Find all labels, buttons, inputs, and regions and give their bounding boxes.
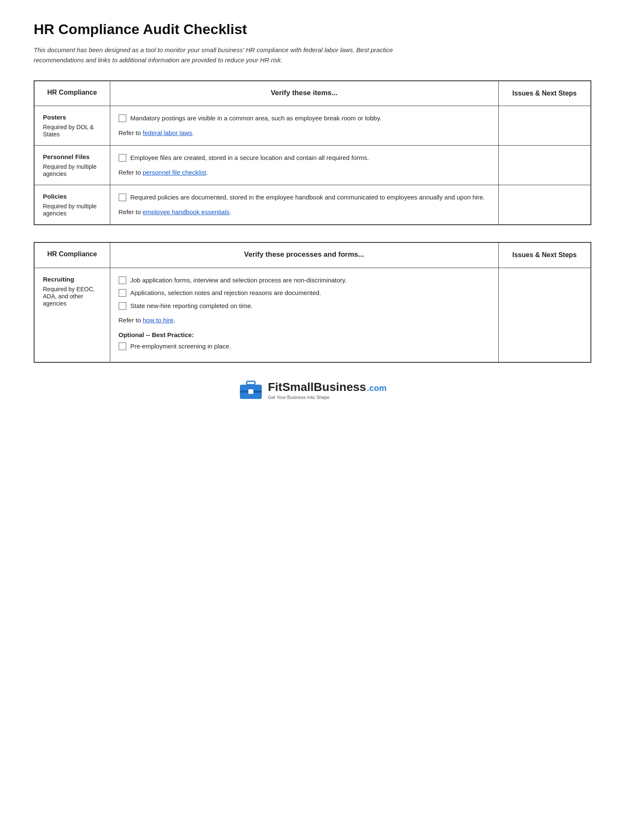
recruiting-verify: Job application forms, interview and sel… — [110, 268, 498, 362]
svg-rect-3 — [248, 389, 253, 394]
checkbox[interactable] — [119, 276, 126, 284]
fitsmallbusiness-logo-icon — [238, 380, 263, 401]
checkbox[interactable] — [119, 114, 126, 122]
table1-header-compliance: HR Compliance — [34, 81, 110, 106]
checkbox[interactable] — [119, 289, 126, 297]
brand-business: Business — [314, 380, 366, 394]
svg-rect-0 — [247, 381, 255, 385]
checkbox-item: Applications, selection notes and reject… — [119, 288, 490, 298]
row3-issues — [498, 185, 591, 225]
footer: FitSmallBusiness.com Get Your Business I… — [34, 380, 591, 401]
brand-small: Small — [282, 380, 314, 394]
logo-brand: FitSmallBusiness.com — [268, 380, 386, 394]
logo-tagline: Get Your Business Into Shape — [268, 395, 386, 400]
refer-line: Refer to federal labor laws. — [119, 128, 490, 138]
logo-container: FitSmallBusiness.com Get Your Business I… — [238, 380, 386, 401]
logo-text-container: FitSmallBusiness.com Get Your Business I… — [268, 380, 386, 400]
row1-compliance: Posters Required by DOL & States — [34, 106, 110, 146]
row3-compliance: Policies Required by multiple agencies — [34, 185, 110, 225]
page-title: HR Compliance Audit Checklist — [34, 21, 591, 37]
checkbox-item: Required policies are documented, stored… — [119, 193, 490, 202]
table2-header-verify: Verify these processes and forms... — [110, 242, 498, 268]
brand-fit: Fit — [268, 380, 282, 394]
table-row: Recruiting Required by EEOC, ADA, and ot… — [34, 268, 591, 362]
table1-header-issues: Issues & Next Steps — [498, 81, 591, 106]
recruiting-compliance: Recruiting Required by EEOC, ADA, and ot… — [34, 268, 110, 362]
checkbox-item: Employee files are created, stored in a … — [119, 153, 490, 163]
row2-verify: Employee files are created, stored in a … — [110, 146, 498, 185]
how-to-hire-link[interactable]: how to hire — [143, 316, 173, 324]
row2-issues — [498, 146, 591, 185]
table-row: Posters Required by DOL & States Mandato… — [34, 106, 591, 146]
best-practice-label: Optional -- Best Practice: — [119, 331, 490, 338]
checkbox-item: State new-hire reporting completed on ti… — [119, 301, 490, 311]
row1-issues — [498, 106, 591, 146]
page-subtitle: This document has been designed as a too… — [34, 45, 412, 65]
checklist-table-2: HR Compliance Verify these processes and… — [34, 242, 591, 363]
refer-line: Refer to employee handbook essentials. — [119, 207, 490, 217]
row3-verify: Required policies are documented, stored… — [110, 185, 498, 225]
checkbox-item: Pre-employment screening in place. — [119, 342, 490, 351]
table-row: Policies Required by multiple agencies R… — [34, 185, 591, 225]
recruiting-issues — [498, 268, 591, 362]
checkbox-item: Mandatory postings are visible in a comm… — [119, 114, 490, 123]
row2-compliance: Personnel Files Required by multiple age… — [34, 146, 110, 185]
checkbox[interactable] — [119, 194, 126, 201]
table2-header-compliance: HR Compliance — [34, 242, 110, 268]
table2-header-issues: Issues & Next Steps — [498, 242, 591, 268]
row1-verify: Mandatory postings are visible in a comm… — [110, 106, 498, 146]
refer-line: Refer to how to hire. — [119, 316, 490, 325]
checklist-table-1: HR Compliance Verify these items... Issu… — [34, 80, 591, 225]
table-row: Personnel Files Required by multiple age… — [34, 146, 591, 185]
refer-line: Refer to personnel file checklist. — [119, 168, 490, 178]
federal-labor-laws-link[interactable]: federal labor laws — [143, 129, 192, 136]
checkbox[interactable] — [119, 343, 126, 350]
checkbox[interactable] — [119, 302, 126, 310]
employee-handbook-link[interactable]: employee handbook essentials — [143, 208, 229, 215]
personnel-file-checklist-link[interactable]: personnel file checklist — [143, 169, 206, 176]
checkbox[interactable] — [119, 154, 126, 162]
brand-dotcom: .com — [367, 383, 387, 393]
table1-header-verify: Verify these items... — [110, 81, 498, 106]
checkbox-item: Job application forms, interview and sel… — [119, 276, 490, 285]
